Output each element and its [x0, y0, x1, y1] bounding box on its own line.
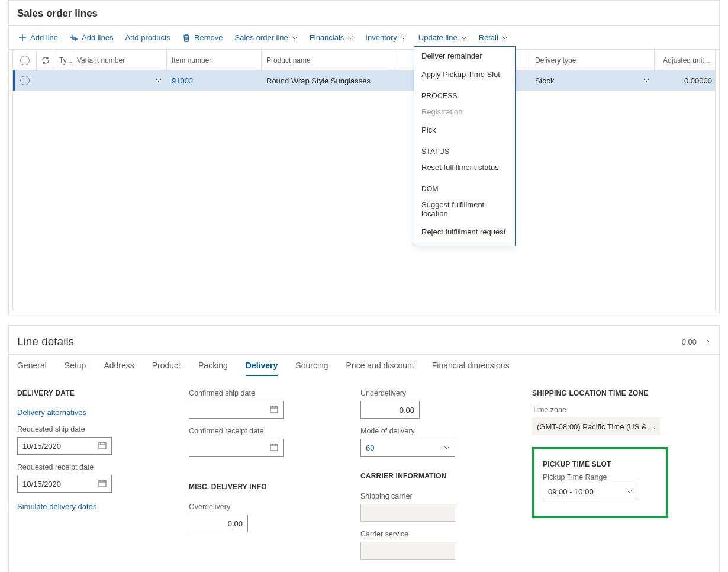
underdelivery-label: Underdelivery [360, 389, 508, 397]
financials-menu[interactable]: Financials [304, 30, 360, 46]
table-row[interactable]: 91002 Round Wrap Style Sunglasses Stock … [13, 70, 715, 91]
requested-receipt-date-label: Requested receipt date [17, 463, 165, 471]
dom-section-head: DOM [414, 176, 515, 195]
shipping-tz-head: SHIPPING LOCATION TIME ZONE [532, 389, 668, 397]
chevron-down-icon [444, 445, 450, 451]
timezone-pickup-column: SHIPPING LOCATION TIME ZONE Time zone (G… [532, 389, 668, 560]
chevron-up-icon[interactable] [705, 339, 711, 345]
tab-product[interactable]: Product [152, 361, 181, 376]
retail-menu[interactable]: Retail [473, 30, 514, 46]
confirmed-ship-date-label: Confirmed ship date [189, 389, 337, 397]
chevron-down-icon [156, 78, 162, 83]
update-line-dropdown: Deliver remainder Apply Pickup Time Slot… [414, 46, 516, 246]
add-lines-button[interactable]: Add lines [64, 30, 119, 46]
pickup-time-range-value: 09:00 - 10:00 [548, 487, 594, 496]
refresh-header[interactable] [37, 50, 54, 70]
line-details-value: 0.00 [682, 338, 697, 346]
mode-of-delivery-select[interactable]: 60 [360, 439, 455, 457]
sales-lines-toolbar: Add line Add lines Add products Remove S… [9, 26, 719, 50]
line-details-header-right: 0.00 [682, 338, 711, 346]
adjusted-unit-column-header[interactable]: Adjusted unit ... [655, 50, 716, 70]
type-column-header[interactable]: Ty... [54, 50, 72, 70]
add-products-button[interactable]: Add products [119, 30, 176, 46]
panel-title: Sales order lines [17, 8, 711, 20]
circle-icon [20, 76, 30, 85]
misc-delivery-info-head: MISC. DELIVERY INFO [189, 483, 337, 491]
registration-item: Registration [414, 102, 515, 121]
line-details-title: Line details [17, 335, 74, 348]
requested-receipt-date-input[interactable]: 10/15/2020 [17, 475, 112, 493]
item-column-header[interactable]: Item number [167, 50, 262, 70]
row-variant-cell[interactable] [72, 70, 167, 91]
deliver-remainder-item[interactable]: Deliver remainder [414, 47, 515, 65]
remove-button[interactable]: Remove [176, 30, 228, 46]
overdelivery-label: Overdelivery [189, 503, 337, 511]
product-column-header[interactable]: Product name [262, 50, 394, 70]
calendar-icon [98, 479, 107, 489]
row-refresh-cell [37, 70, 54, 91]
add-products-label: Add products [125, 33, 170, 42]
variant-column-header[interactable]: Variant number [72, 50, 167, 70]
svg-rect-3 [270, 444, 278, 451]
sales-order-line-menu[interactable]: Sales order line [229, 30, 304, 46]
confirmed-column: Confirmed ship date Confirmed receipt da… [189, 389, 337, 560]
row-selector[interactable] [13, 70, 37, 91]
row-delivery-type[interactable]: Stock [530, 70, 655, 91]
row-item-number[interactable]: 91002 [167, 70, 262, 91]
requested-receipt-date-value: 10/15/2020 [22, 480, 61, 489]
mode-of-delivery-label: Mode of delivery [360, 427, 508, 435]
circle-icon [20, 56, 30, 65]
apply-pickup-timeslot-item[interactable]: Apply Pickup Time Slot [414, 65, 515, 83]
tab-setup[interactable]: Setup [65, 361, 86, 376]
delivery-form: DELIVERY DATE Delivery alternatives Requ… [9, 376, 719, 572]
confirmed-receipt-date-input[interactable] [189, 439, 284, 457]
tab-general[interactable]: General [17, 361, 47, 376]
simulate-delivery-dates-link[interactable]: Simulate delivery dates [17, 502, 165, 511]
add-lines-label: Add lines [82, 33, 113, 42]
calendar-icon [270, 443, 278, 453]
pickup-time-range-select[interactable]: 09:00 - 10:00 [543, 483, 637, 500]
select-all-header[interactable] [13, 50, 37, 70]
sales-order-line-label: Sales order line [235, 33, 288, 42]
underdelivery-value: 0.00 [400, 406, 414, 414]
reset-fulfillment-status-item[interactable]: Reset fulfillment status [414, 158, 515, 176]
row-adjusted-unit: 0.00000 [655, 70, 716, 91]
row-product-name: Round Wrap Style Sunglasses [262, 70, 394, 91]
refresh-icon [41, 56, 50, 65]
time-zone-label: Time zone [532, 406, 668, 414]
overdelivery-input[interactable]: 0.00 [189, 515, 248, 532]
shipping-carrier-input [360, 504, 455, 522]
tab-packing[interactable]: Packing [198, 361, 228, 376]
reject-fulfillment-request-item[interactable]: Reject fulfillment request [414, 223, 515, 241]
delivery-type-column-header[interactable]: Delivery type [530, 50, 655, 70]
tab-address[interactable]: Address [104, 361, 134, 376]
suggest-fulfillment-location-item[interactable]: Suggest fulfillment location [414, 195, 515, 223]
requested-ship-date-input[interactable]: 10/15/2020 [17, 437, 112, 455]
pickup-time-range-label: Pickup Time Range [543, 473, 658, 481]
svg-rect-0 [99, 442, 106, 449]
tab-delivery[interactable]: Delivery [246, 361, 278, 376]
carrier-service-label: Carrier service [360, 530, 508, 538]
update-line-menu[interactable]: Update line [413, 30, 473, 46]
plus-icon [18, 34, 27, 42]
chevron-down-icon [401, 35, 407, 41]
pick-item[interactable]: Pick [414, 121, 515, 139]
confirmed-ship-date-input[interactable] [189, 401, 284, 419]
carrier-info-head: CARRIER INFORMATION [360, 472, 508, 480]
line-details-tabs: General Setup Address Product Packing De… [9, 355, 719, 376]
delivery-date-column: DELIVERY DATE Delivery alternatives Requ… [17, 389, 165, 560]
chevron-down-icon [292, 35, 298, 41]
trash-icon [182, 34, 191, 42]
delivery-alternatives-link[interactable]: Delivery alternatives [17, 408, 165, 417]
chevron-down-icon [461, 35, 467, 41]
chevron-down-icon [502, 35, 508, 41]
underdelivery-input[interactable]: 0.00 [360, 401, 420, 419]
tab-financial-dimensions[interactable]: Financial dimensions [432, 361, 510, 376]
delivery-date-head: DELIVERY DATE [17, 389, 165, 397]
line-details-header: Line details 0.00 [9, 326, 719, 355]
add-line-button[interactable]: Add line [12, 30, 64, 46]
pickup-time-slot-head: PICKUP TIME SLOT [543, 460, 658, 468]
inventory-menu[interactable]: Inventory [359, 30, 412, 46]
tab-sourcing[interactable]: Sourcing [295, 361, 328, 376]
tab-price-discount[interactable]: Price and discount [346, 361, 414, 376]
